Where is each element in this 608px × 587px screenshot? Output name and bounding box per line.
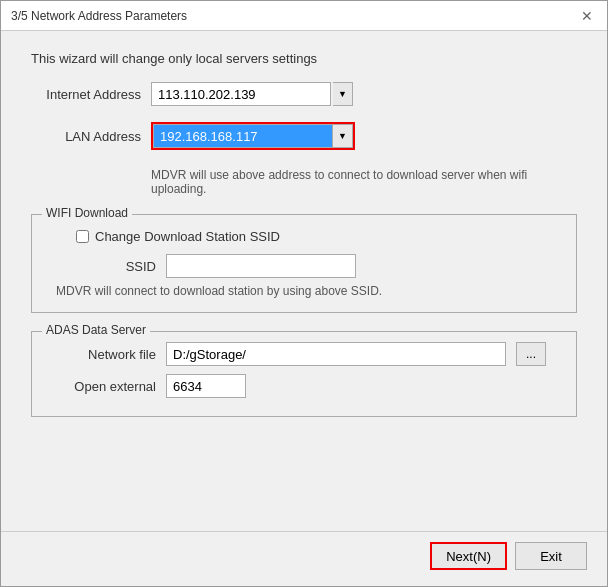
- wifi-download-group: WIFI Download Change Download Station SS…: [31, 214, 577, 313]
- ssid-checkbox[interactable]: [76, 230, 89, 243]
- lan-address-row: LAN Address ▼: [31, 122, 577, 150]
- window-title: 3/5 Network Address Parameters: [11, 9, 187, 23]
- lan-address-input-wrap: ▼: [151, 122, 355, 150]
- lan-address-dropdown-btn[interactable]: ▼: [333, 124, 353, 148]
- next-button[interactable]: Next(N): [430, 542, 507, 570]
- network-file-row: Network file ...: [46, 342, 562, 366]
- open-external-label: Open external: [46, 379, 156, 394]
- close-button[interactable]: ✕: [577, 9, 597, 23]
- lan-address-label: LAN Address: [31, 129, 141, 144]
- open-external-row: Open external: [46, 374, 562, 398]
- lan-address-input[interactable]: [153, 124, 333, 148]
- ssid-label: SSID: [46, 259, 156, 274]
- address-info-text: MDVR will use above address to connect t…: [151, 168, 577, 196]
- subtitle-text: This wizard will change only local serve…: [31, 51, 577, 66]
- network-file-label: Network file: [46, 347, 156, 362]
- wifi-download-title: WIFI Download: [42, 206, 132, 220]
- title-bar: 3/5 Network Address Parameters ✕: [1, 1, 607, 31]
- ssid-input[interactable]: [166, 254, 356, 278]
- browse-button[interactable]: ...: [516, 342, 546, 366]
- internet-address-label: Internet Address: [31, 87, 141, 102]
- ssid-row: SSID: [46, 254, 562, 278]
- internet-address-row: Internet Address ▼: [31, 82, 577, 106]
- content-area: This wizard will change only local serve…: [1, 31, 607, 531]
- adas-title: ADAS Data Server: [42, 323, 150, 337]
- ssid-checkbox-row: Change Download Station SSID: [76, 229, 562, 244]
- ssid-checkbox-label: Change Download Station SSID: [95, 229, 280, 244]
- footer: Next(N) Exit: [1, 531, 607, 586]
- internet-address-dropdown-btn[interactable]: ▼: [333, 82, 353, 106]
- exit-button[interactable]: Exit: [515, 542, 587, 570]
- main-window: 3/5 Network Address Parameters ✕ This wi…: [0, 0, 608, 587]
- internet-address-input-wrap: ▼: [151, 82, 353, 106]
- adas-data-server-group: ADAS Data Server Network file ... Open e…: [31, 331, 577, 417]
- ssid-info-text: MDVR will connect to download station by…: [56, 284, 562, 298]
- open-external-input[interactable]: [166, 374, 246, 398]
- internet-address-input[interactable]: [151, 82, 331, 106]
- network-file-input[interactable]: [166, 342, 506, 366]
